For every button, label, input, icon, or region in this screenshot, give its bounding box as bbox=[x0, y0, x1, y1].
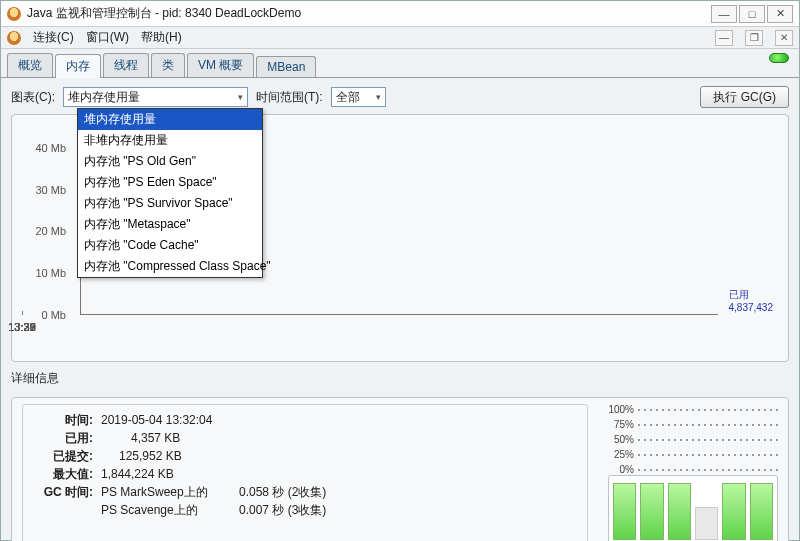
chart-option[interactable]: 内存池 "Compressed Class Space" bbox=[78, 256, 262, 277]
gc2-v: 0.007 秒 (3收集) bbox=[239, 501, 326, 519]
chart-option[interactable]: 内存池 "Code Cache" bbox=[78, 235, 262, 256]
chart-select-value: 堆内存使用量 bbox=[68, 89, 140, 106]
usage-bars-panel: 100% 75% 50% 25% 0% 堆 非堆 bbox=[608, 404, 778, 541]
tab-threads[interactable]: 线程 bbox=[103, 53, 149, 77]
k-time: 时间: bbox=[33, 411, 93, 429]
details-title: 详细信息 bbox=[11, 370, 789, 387]
chart-option[interactable]: 内存池 "PS Old Gen" bbox=[78, 151, 262, 172]
x-tick: 13:32 bbox=[8, 321, 36, 333]
minimize-button[interactable]: — bbox=[711, 5, 737, 23]
content-area: 图表(C): 堆内存使用量 ▾ 时间范围(T): 全部 ▾ 执行 GC(G) 堆… bbox=[1, 78, 799, 541]
mdi-minimize-icon[interactable]: — bbox=[715, 30, 733, 46]
gc1-name: PS MarkSweep上的 bbox=[101, 483, 231, 501]
timerange-select[interactable]: 全部 ▾ bbox=[331, 87, 386, 107]
chart-label: 图表(C): bbox=[11, 89, 55, 106]
mdi-restore-icon[interactable]: ❐ bbox=[745, 30, 763, 46]
y-tick: 0 Mb bbox=[22, 309, 66, 321]
chevron-down-icon: ▾ bbox=[238, 92, 243, 102]
chart-option[interactable]: 内存池 "PS Eden Space" bbox=[78, 172, 262, 193]
y-tick: 10 Mb bbox=[22, 267, 66, 279]
y-tick: 40 Mb bbox=[22, 142, 66, 154]
series-current-label: 已用4,837,432 bbox=[729, 288, 774, 313]
menubar: 连接(C) 窗口(W) 帮助(H) — ❐ ✕ bbox=[1, 27, 799, 49]
maximize-button[interactable]: □ bbox=[739, 5, 765, 23]
chart-option[interactable]: 非堆内存使用量 bbox=[78, 130, 262, 151]
tab-vmsummary[interactable]: VM 概要 bbox=[187, 53, 254, 77]
tab-overview[interactable]: 概览 bbox=[7, 53, 53, 77]
v-time: 2019-05-04 13:32:04 bbox=[101, 411, 212, 429]
tabbar: 概览 内存 线程 类 VM 概要 MBean bbox=[1, 49, 799, 78]
details-panel: 时间: 2019-05-04 13:32:04 已用: 4,357 KB 已提交… bbox=[11, 397, 789, 541]
memory-pool-bar[interactable] bbox=[750, 483, 773, 540]
menu-help[interactable]: 帮助(H) bbox=[141, 29, 182, 46]
chart-select[interactable]: 堆内存使用量 ▾ bbox=[63, 87, 248, 107]
pct-50: 50% bbox=[608, 434, 634, 445]
y-tick: 20 Mb bbox=[22, 225, 66, 237]
tab-classes[interactable]: 类 bbox=[151, 53, 185, 77]
execute-gc-label: 执行 GC(G) bbox=[713, 89, 776, 106]
java-icon bbox=[7, 7, 21, 21]
timerange-label: 时间范围(T): bbox=[256, 89, 323, 106]
memory-pool-bars[interactable] bbox=[608, 475, 778, 541]
java-icon bbox=[7, 31, 21, 45]
tab-mbean[interactable]: MBean bbox=[256, 56, 316, 77]
close-button[interactable]: ✕ bbox=[767, 5, 793, 23]
pct-0: 0% bbox=[608, 464, 634, 475]
memory-pool-bar[interactable] bbox=[640, 483, 663, 540]
memory-pool-bar[interactable] bbox=[668, 483, 691, 540]
v-committed: 125,952 KB bbox=[101, 447, 182, 465]
execute-gc-button[interactable]: 执行 GC(G) bbox=[700, 86, 789, 108]
v-max: 1,844,224 KB bbox=[101, 465, 174, 483]
chevron-down-icon: ▾ bbox=[376, 92, 381, 102]
v-used: 4,357 KB bbox=[101, 429, 180, 447]
k-used: 已用: bbox=[33, 429, 93, 447]
pct-75: 75% bbox=[608, 419, 634, 430]
chart-select-dropdown[interactable]: 堆内存使用量非堆内存使用量内存池 "PS Old Gen"内存池 "PS Ede… bbox=[77, 108, 263, 278]
connection-status-icon bbox=[769, 53, 789, 63]
k-gc: GC 时间: bbox=[33, 483, 93, 501]
memory-pool-bar[interactable] bbox=[695, 507, 718, 540]
window-title: Java 监视和管理控制台 - pid: 8340 DeadLockDemo bbox=[27, 5, 705, 22]
k-committed: 已提交: bbox=[33, 447, 93, 465]
chart-toolbar: 图表(C): 堆内存使用量 ▾ 时间范围(T): 全部 ▾ 执行 GC(G) bbox=[11, 86, 789, 108]
titlebar: Java 监视和管理控制台 - pid: 8340 DeadLockDemo —… bbox=[1, 1, 799, 27]
pct-25: 25% bbox=[608, 449, 634, 460]
menu-window[interactable]: 窗口(W) bbox=[86, 29, 129, 46]
chart-option[interactable]: 内存池 "Metaspace" bbox=[78, 214, 262, 235]
y-tick: 30 Mb bbox=[22, 184, 66, 196]
menu-connect[interactable]: 连接(C) bbox=[33, 29, 74, 46]
memory-pool-bar[interactable] bbox=[613, 483, 636, 540]
gc2-name: PS Scavenge上的 bbox=[101, 501, 231, 519]
app-window: ↻ Java 监视和管理控制台 - pid: 8340 DeadLockDemo… bbox=[0, 0, 800, 541]
chart-option[interactable]: 内存池 "PS Survivor Space" bbox=[78, 193, 262, 214]
tab-memory[interactable]: 内存 bbox=[55, 54, 101, 78]
k-max: 最大值: bbox=[33, 465, 93, 483]
timerange-value: 全部 bbox=[336, 89, 360, 106]
details-text: 时间: 2019-05-04 13:32:04 已用: 4,357 KB 已提交… bbox=[22, 404, 588, 541]
memory-pool-bar[interactable] bbox=[722, 483, 745, 540]
gc1-v: 0.058 秒 (2收集) bbox=[239, 483, 326, 501]
mdi-close-icon[interactable]: ✕ bbox=[775, 30, 793, 46]
chart-option[interactable]: 堆内存使用量 bbox=[78, 109, 262, 130]
pct-100: 100% bbox=[608, 404, 634, 415]
